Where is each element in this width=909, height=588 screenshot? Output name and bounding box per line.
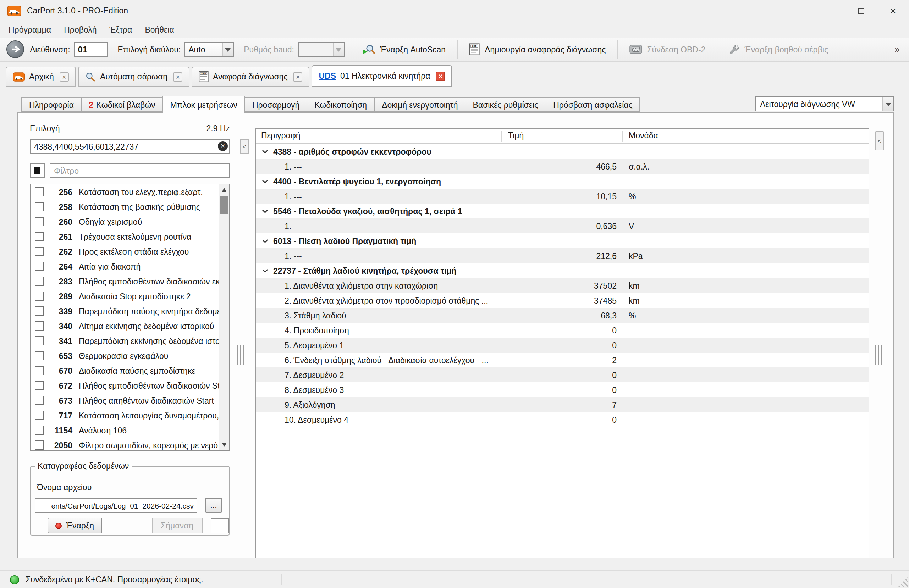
clear-icon[interactable]: × bbox=[218, 141, 228, 151]
group-row[interactable]: 22737 - Στάθμη λαδιού κινητήρα, τρέχουσα… bbox=[256, 263, 869, 278]
checkbox[interactable] bbox=[35, 262, 44, 271]
list-item[interactable]: 260Οδηγία χειρισμού bbox=[31, 214, 218, 229]
checkbox[interactable] bbox=[35, 366, 44, 375]
list-item[interactable]: 2050Φίλτρο σωματιδίων, κορεσμός με νερό bbox=[31, 438, 218, 451]
checkbox[interactable] bbox=[35, 202, 44, 212]
checkbox[interactable] bbox=[35, 381, 44, 390]
menu-item[interactable]: Προβολή bbox=[57, 23, 103, 36]
list-item[interactable]: 340Αίτημα εκκίνησης δεδομένα ιστορικού bbox=[31, 318, 218, 333]
checkbox[interactable] bbox=[35, 336, 44, 346]
splitter-left[interactable] bbox=[236, 346, 245, 365]
close-icon[interactable]: × bbox=[293, 72, 302, 81]
list-item[interactable]: 283Πλήθος εμποδισθέντων διαδικασιών εκκ bbox=[31, 274, 218, 289]
table-row[interactable]: 4. Προειδοποίηση0 bbox=[256, 323, 869, 338]
filename-input[interactable]: ents/CarPort/Logs/Log_01_2026-02-24.csv bbox=[35, 498, 197, 513]
close-icon[interactable]: × bbox=[173, 72, 182, 81]
table-row[interactable]: 2. Διανυθέντα χιλιόμετρα στον προσδιορισ… bbox=[256, 293, 869, 308]
doc-tab[interactable]: UDS01 Ηλεκτρονικά κινητήρα× bbox=[312, 65, 452, 87]
resize-grip[interactable] bbox=[898, 577, 907, 586]
table-row[interactable]: 1. ---466,5σ.α.λ. bbox=[256, 159, 869, 174]
browse-button[interactable]: ... bbox=[205, 498, 222, 513]
scrollbar-thumb[interactable] bbox=[220, 196, 228, 214]
list-item[interactable]: 262Προς εκτέλεση στάδια ελέγχου bbox=[31, 244, 218, 259]
list-item[interactable]: 289Διαδικασία Stop εμποδίστηκε 2 bbox=[31, 289, 218, 304]
select-all-checkbox[interactable] bbox=[30, 163, 45, 178]
sub-tab[interactable]: Κωδικοποίηση bbox=[307, 97, 375, 112]
checkbox[interactable] bbox=[35, 396, 44, 405]
group-row[interactable]: 6013 - Πίεση λαδιού Πραγματική τιμή bbox=[256, 233, 869, 248]
table-row[interactable]: 10. Δεσμευμένο 40 bbox=[256, 412, 869, 427]
close-icon[interactable]: × bbox=[60, 72, 69, 81]
checkbox[interactable] bbox=[35, 276, 44, 286]
table-row[interactable]: 7. Δεσμευμένο 20 bbox=[256, 367, 869, 382]
doc-tab[interactable]: Αρχική× bbox=[6, 67, 76, 87]
collapse-right-button[interactable]: < bbox=[875, 131, 884, 150]
chevron-down-icon[interactable] bbox=[262, 209, 269, 213]
table-row[interactable]: 1. ---212,6kPa bbox=[256, 248, 869, 263]
toolbar-overflow-button[interactable]: » bbox=[895, 44, 900, 55]
checkbox[interactable] bbox=[35, 351, 44, 360]
start-logging-button[interactable]: Έναρξη bbox=[47, 518, 102, 533]
checkbox[interactable] bbox=[35, 187, 44, 197]
list-item[interactable]: 717Κατάσταση λειτουργίας δυναμομέτρου, bbox=[31, 408, 218, 423]
sub-tab[interactable]: 2Κωδικοί βλαβών bbox=[81, 97, 163, 112]
address-input[interactable] bbox=[74, 42, 108, 57]
checkbox[interactable] bbox=[35, 426, 44, 435]
checkbox[interactable] bbox=[35, 247, 44, 256]
table-row[interactable]: 3. Στάθμη λαδιού68,3% bbox=[256, 308, 869, 323]
sub-tab[interactable]: Βασικές ρυθμίσεις bbox=[465, 97, 547, 112]
checkbox[interactable] bbox=[35, 321, 44, 331]
menu-item[interactable]: Πρόγραμμα bbox=[2, 23, 57, 36]
minimize-button[interactable] bbox=[813, 0, 845, 21]
autoscan-button[interactable]: Έναρξη AutoScan bbox=[357, 44, 451, 55]
list-item[interactable]: 339Παρεμπόδιση παύσης κινητήρα δεδομέν bbox=[31, 304, 218, 318]
sub-tab[interactable]: Πληροφορία bbox=[21, 97, 82, 112]
diagnosis-mode-select[interactable]: Λειτουργία διάγνωσης VW bbox=[755, 97, 894, 111]
table-row[interactable]: 9. Αξιολόγηση7 bbox=[256, 397, 869, 412]
checkbox[interactable] bbox=[35, 411, 44, 420]
list-scrollbar[interactable] bbox=[218, 184, 229, 451]
list-item[interactable]: 261Τρέχουσα εκτελούμενη ρουτίνα bbox=[31, 229, 218, 244]
collapse-left-button[interactable]: < bbox=[240, 139, 249, 154]
filter-input[interactable] bbox=[50, 163, 230, 178]
menu-item[interactable]: Έξτρα bbox=[103, 23, 139, 36]
table-row[interactable]: 5. Δεσμευμένο 10 bbox=[256, 338, 869, 352]
doc-tab[interactable]: Αυτόματη σάρωση× bbox=[78, 67, 189, 87]
group-row[interactable]: 5546 - Πεταλούδα γκαζιού, αισθητήρας 1, … bbox=[256, 204, 869, 218]
table-row[interactable]: 8. Δεσμευμένο 30 bbox=[256, 382, 869, 397]
list-item[interactable]: 672Πλήθος εμποδισθέντων διαδικασιών Sto bbox=[31, 378, 218, 393]
list-item[interactable]: 256Κατάσταση του ελεγχ.περιφ.εξαρτ. bbox=[31, 184, 218, 199]
chevron-down-icon[interactable] bbox=[262, 268, 269, 273]
list-item[interactable]: 653Θερμοκρασία εγκεφάλου bbox=[31, 348, 218, 363]
chevron-down-icon[interactable] bbox=[262, 239, 269, 243]
list-item[interactable]: 1154Ανάλυση 106 bbox=[31, 423, 218, 438]
table-row[interactable]: 1. Διανυθέντα χιλιόμετρα στην καταχώριση… bbox=[256, 278, 869, 293]
sub-tab[interactable]: Μπλοκ μετρήσεων bbox=[162, 96, 245, 113]
list-item[interactable]: 673Πλήθος αιτηθέντων διαδικασιών Start bbox=[31, 393, 218, 408]
group-row[interactable]: 4388 - αριθμός στροφών εκκεντροφόρου bbox=[256, 144, 869, 159]
close-button[interactable]: × bbox=[877, 0, 909, 21]
splitter-right[interactable] bbox=[874, 346, 883, 365]
list-item[interactable]: 258Κατάσταση της βασικής ρύθμισης bbox=[31, 199, 218, 214]
checkbox[interactable] bbox=[35, 291, 44, 301]
chevron-down-icon[interactable] bbox=[262, 149, 269, 153]
list-item[interactable]: 670Διαδικασία παύσης εμποδίστηκε bbox=[31, 363, 218, 378]
close-icon[interactable]: × bbox=[436, 71, 445, 81]
checkbox[interactable] bbox=[35, 307, 44, 316]
checkbox[interactable] bbox=[35, 232, 44, 241]
table-row[interactable]: 6. Ένδειξη στάθμης λαδιού - Διαδικασία α… bbox=[256, 352, 869, 367]
scroll-down-button[interactable] bbox=[219, 440, 229, 451]
group-row[interactable]: 4400 - Βεντιλατέρ ψυγείου 1, ενεργοποίησ… bbox=[256, 174, 869, 189]
connect-arrow-button[interactable] bbox=[6, 40, 24, 58]
sub-tab[interactable]: Προσαρμογή bbox=[244, 97, 307, 112]
doc-tab[interactable]: OBDΑναφορά διάγνωσης× bbox=[192, 67, 309, 87]
sub-tab[interactable]: Πρόσβαση ασφαλείας bbox=[545, 97, 641, 112]
chevron-down-icon[interactable] bbox=[262, 179, 269, 183]
scroll-up-button[interactable] bbox=[219, 184, 229, 195]
menu-item[interactable]: Βοήθεια bbox=[138, 23, 180, 36]
sub-tab[interactable]: Δοκιμή ενεργοποιητή bbox=[374, 97, 466, 112]
selection-input[interactable] bbox=[30, 139, 230, 154]
table-row[interactable]: 1. ---10,15% bbox=[256, 189, 869, 204]
checkbox[interactable] bbox=[35, 441, 44, 450]
mark-input[interactable] bbox=[210, 518, 229, 533]
